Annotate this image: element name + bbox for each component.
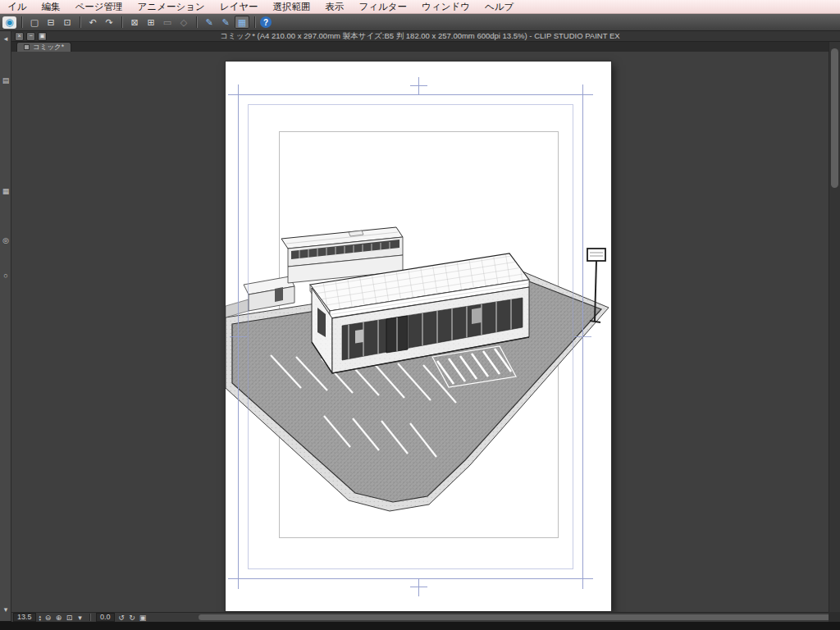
tab-thumbnail-icon [24,44,30,50]
store-illustration [226,227,609,511]
menu-item-window[interactable]: ウィンドウ [414,1,477,13]
menu-bar: イル 編集 ページ管理 アニメーション レイヤー 選択範囲 表示 フィルター ウ… [0,0,840,14]
shade-window-icon[interactable]: ▣ [38,32,47,41]
snap-to-ruler-icon[interactable]: ✎ [202,16,217,29]
snap-to-special-ruler-icon[interactable]: ✎ [218,16,233,29]
subview-icon[interactable]: ◎ [0,236,11,244]
vertical-scrollbar[interactable] [829,42,840,612]
minimize-window-icon[interactable]: − [26,32,35,41]
zoom-stepper-down-icon[interactable]: ▾ [39,618,42,621]
horizontal-scrollbar-thumb[interactable] [199,614,834,620]
rotation-value[interactable]: 0.0 [96,613,115,622]
clip-studio-logo[interactable]: ◉ [2,16,16,29]
zoom-out-icon[interactable]: ⊖ [43,614,53,622]
help-icon[interactable]: ? [260,16,272,28]
command-bar: ◉ ▢ ⊟ ⊡ ↶ ↷ ⊠ ⊞ ▭ ◇ ✎ ✎ ▦ ? [0,14,840,31]
toolbar-separator [21,16,22,28]
transform-icon[interactable]: ◇ [176,16,191,29]
left-tool-strip: ◂ ▤ ▦ ◎ ○ ▾ [0,31,11,621]
tab-comic[interactable]: コミック* [16,42,71,52]
document-page[interactable] [226,62,611,611]
save-icon[interactable]: ⊡ [60,16,75,29]
collapse-panel-icon[interactable]: ◂ [0,34,11,43]
rotate-ccw-icon[interactable]: ↺ [116,614,127,622]
status-bar: 13.5 ▴ ▾ ⊖ ⊕ ⊡ ▾ 0.0 ↺ ↻ ▣ [11,612,840,622]
window-bottom-strip [0,622,840,630]
close-window-icon[interactable]: × [15,32,24,41]
document-title-bar: × − ▣ コミック* (A4 210.00 x 297.00mm 製本サイズ:… [11,31,840,42]
scroll-down-icon[interactable]: ▾ [0,605,11,614]
status-divider [89,614,90,621]
tab-label: コミック* [33,43,64,52]
open-file-icon[interactable]: ⊟ [43,16,58,29]
toolbar-separator [196,16,197,28]
menu-item-filter[interactable]: フィルター [352,1,415,13]
new-document-icon[interactable]: ▢ [27,16,42,29]
scrollbar-corner [829,612,840,622]
quick-access-icon[interactable]: ▦ [0,187,11,195]
zoom-in-icon[interactable]: ⊕ [53,614,64,622]
rotate-cw-icon[interactable]: ↻ [127,614,138,622]
menu-item-animation[interactable]: アニメーション [130,1,212,13]
canvas-area[interactable] [11,52,829,612]
toolbar-separator [121,16,122,28]
deselect-icon[interactable]: ⊠ [127,16,142,29]
menu-item-selection[interactable]: 選択範囲 [266,1,318,13]
vertical-scrollbar-thumb[interactable] [831,48,838,188]
palette-dock-icon[interactable]: ▤ [0,76,11,84]
menu-item-view[interactable]: 表示 [318,1,352,13]
selection-launcher-icon[interactable]: ▭ [160,16,175,29]
menu-item-help[interactable]: ヘルプ [477,1,521,13]
menu-item-edit[interactable]: 編集 [34,1,68,13]
document-tab-bar: コミック* [11,42,840,52]
zoom-stepper[interactable]: ▴ ▾ [39,614,42,621]
toolbar-separator [254,16,255,28]
menu-item-file[interactable]: イル [0,1,34,13]
menu-item-page-manage[interactable]: ページ管理 [68,1,130,13]
menu-item-layer[interactable]: レイヤー [212,1,266,13]
snap-to-grid-icon[interactable]: ▦ [235,16,249,29]
reset-view-icon[interactable]: ▣ [138,614,148,622]
document-title: コミック* (A4 210.00 x 297.00mm 製本サイズ:B5 判 1… [49,31,791,42]
undo-icon[interactable]: ↶ [85,16,100,29]
zoom-dropdown-icon[interactable]: ▾ [75,614,85,622]
item-bank-icon[interactable]: ○ [0,272,11,280]
page-svg [226,62,611,611]
zoom-value[interactable]: 13.5 [13,613,36,622]
fit-to-screen-icon[interactable]: ⊡ [64,614,75,622]
invert-selection-icon[interactable]: ⊞ [144,16,158,29]
redo-icon[interactable]: ↷ [102,16,116,29]
toolbar-separator [80,16,80,28]
